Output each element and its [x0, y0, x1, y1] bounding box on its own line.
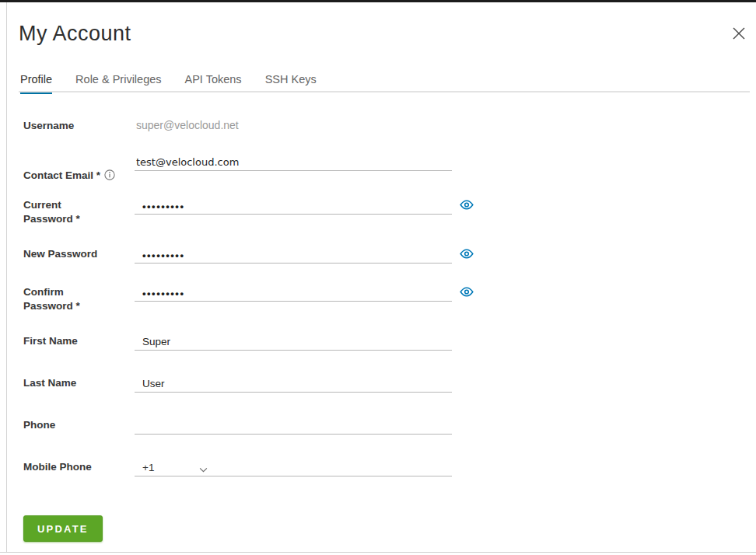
form-row-phone: Phone	[23, 417, 452, 435]
username-label: Username	[23, 117, 135, 133]
contact-email-label-text: Contact Email *	[23, 169, 100, 181]
contact-email-underline	[135, 153, 452, 171]
confirm-password-eye-icon[interactable]	[460, 286, 474, 300]
phone-input[interactable]	[135, 417, 452, 434]
form-row-first-name: First Name	[23, 333, 452, 351]
last-name-label: Last Name	[23, 375, 135, 390]
close-icon-glyph	[732, 26, 746, 40]
last-name-input[interactable]	[135, 375, 452, 392]
form-row-last-name: Last Name	[23, 375, 452, 393]
confirm-password-label: Confirm Password *	[23, 284, 135, 313]
update-button[interactable]: UPDATE	[23, 515, 103, 542]
form-row-contact-email: Contact Email *	[23, 153, 452, 184]
new-password-label: New Password	[23, 246, 135, 261]
new-password-input[interactable]	[135, 246, 452, 263]
confirm-password-underline	[135, 284, 452, 302]
first-name-underline	[135, 333, 452, 351]
current-password-underline	[135, 197, 452, 215]
form-row-mobile-phone: Mobile Phone +1	[23, 459, 452, 476]
form-row-username: Username super@velocloud.net	[23, 117, 239, 133]
chevron-down-icon	[199, 462, 208, 476]
modal-left-border	[6, 2, 7, 552]
country-code-select[interactable]: +1	[135, 459, 452, 476]
window-top-edge	[0, 0, 756, 2]
first-name-label: First Name	[23, 333, 135, 348]
form-row-current-password: Current Password *	[23, 197, 474, 226]
new-password-underline	[135, 246, 452, 264]
contact-email-input[interactable]	[135, 153, 452, 170]
phone-underline	[135, 417, 452, 435]
current-password-eye-icon[interactable]	[460, 199, 474, 213]
form-row-new-password: New Password	[23, 246, 474, 264]
phone-label: Phone	[23, 417, 135, 432]
username-value: super@velocloud.net	[135, 117, 239, 131]
country-code-value: +1	[135, 461, 154, 473]
last-name-underline	[135, 375, 452, 393]
mobile-phone-label: Mobile Phone	[23, 459, 135, 474]
current-password-label: Current Password *	[23, 197, 135, 226]
new-password-eye-icon[interactable]	[460, 248, 474, 262]
info-icon[interactable]	[104, 169, 115, 184]
modal-title: My Account	[19, 22, 131, 46]
current-password-input[interactable]	[135, 197, 452, 214]
modal-bottom-border	[0, 552, 756, 553]
tab-bar-divider	[19, 91, 750, 92]
contact-email-label: Contact Email *	[23, 153, 135, 184]
first-name-input[interactable]	[135, 333, 452, 350]
form-row-confirm-password: Confirm Password *	[23, 284, 474, 313]
close-icon[interactable]	[730, 26, 747, 43]
confirm-password-input[interactable]	[135, 284, 452, 301]
